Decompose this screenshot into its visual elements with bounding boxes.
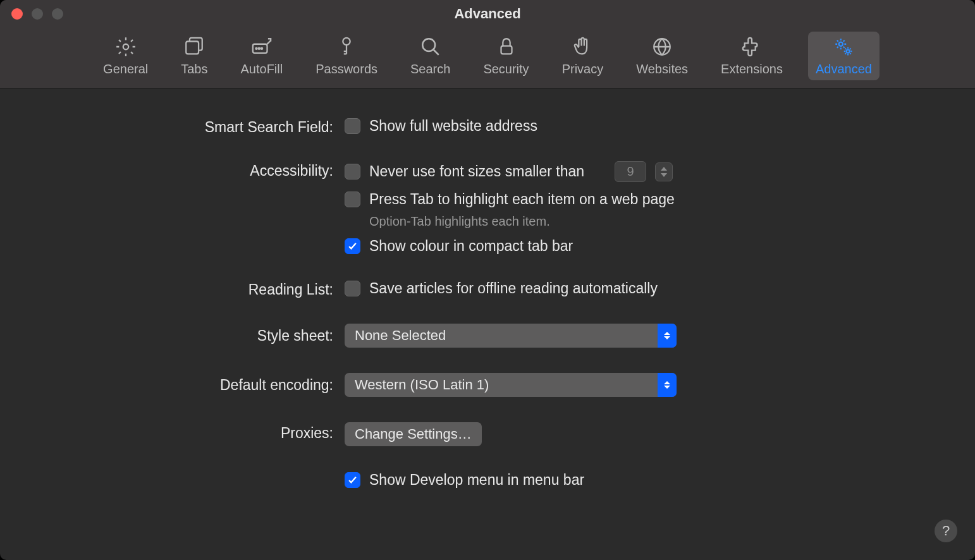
globe-icon (651, 35, 673, 58)
show-colour-label: Show colour in compact tab bar (369, 238, 573, 255)
svg-point-10 (839, 42, 843, 46)
gear-icon (114, 35, 137, 58)
save-offline-checkbox[interactable] (345, 281, 360, 296)
show-full-address-label: Show full website address (369, 118, 537, 135)
tab-label: General (103, 62, 148, 76)
proxies-label: Proxies: (0, 422, 345, 442)
tab-websites[interactable]: Websites (629, 32, 696, 80)
reading-list-label: Reading List: (0, 280, 345, 298)
min-font-size-field[interactable]: 9 (615, 161, 646, 182)
svg-point-7 (422, 39, 435, 51)
tab-label: Websites (636, 62, 688, 76)
tab-label: Privacy (562, 62, 604, 76)
tab-search[interactable]: Search (403, 32, 458, 80)
titlebar: Advanced (0, 0, 975, 28)
style-sheet-popup[interactable]: None Selected (345, 324, 677, 348)
smart-search-label: Smart Search Field: (0, 118, 345, 136)
zoom-window-button[interactable] (52, 8, 63, 20)
search-icon (419, 35, 442, 58)
press-tab-checkbox[interactable] (345, 192, 360, 207)
show-colour-checkbox[interactable] (345, 238, 360, 254)
tab-autofill[interactable]: AutoFill (233, 32, 290, 80)
svg-point-6 (343, 38, 350, 45)
press-tab-label: Press Tab to highlight each item on a we… (369, 191, 675, 208)
tab-passwords[interactable]: Passwords (308, 32, 385, 80)
svg-point-5 (261, 48, 262, 49)
show-develop-checkbox[interactable] (345, 472, 360, 488)
min-font-size-checkbox[interactable] (345, 164, 360, 180)
preferences-window: Advanced General Tabs AutoFill Passwor (0, 0, 975, 560)
svg-point-0 (123, 44, 128, 50)
svg-point-4 (258, 48, 259, 49)
puzzle-icon (740, 35, 763, 58)
key-icon (335, 35, 358, 58)
svg-rect-8 (501, 46, 512, 54)
hand-icon (571, 35, 594, 58)
window-title: Advanced (0, 6, 975, 22)
content-pane: Smart Search Field: Show full website ad… (0, 88, 975, 489)
preferences-toolbar: General Tabs AutoFill Passwords Search (0, 28, 975, 88)
tab-label: Advanced (816, 62, 872, 76)
default-encoding-label: Default encoding: (0, 373, 345, 394)
tab-tabs[interactable]: Tabs (173, 32, 215, 80)
help-button[interactable]: ? (935, 520, 957, 542)
tab-label: Extensions (721, 62, 783, 76)
gears-icon (832, 35, 855, 58)
minimize-window-button[interactable] (32, 8, 43, 20)
tab-privacy[interactable]: Privacy (555, 32, 611, 80)
save-offline-label: Save articles for offline reading automa… (369, 280, 658, 297)
window-controls (0, 8, 63, 20)
svg-point-3 (255, 48, 257, 49)
style-sheet-label: Style sheet: (0, 324, 345, 344)
option-tab-hint: Option-Tab highlights each item. (345, 213, 975, 229)
close-window-button[interactable] (11, 8, 23, 20)
show-full-address-checkbox[interactable] (345, 118, 360, 134)
lock-icon (495, 35, 518, 58)
tab-label: Search (410, 62, 450, 76)
tab-label: AutoFill (240, 62, 283, 76)
default-encoding-value: Western (ISO Latin 1) (345, 377, 499, 393)
show-develop-label: Show Develop menu in menu bar (369, 472, 584, 489)
tab-advanced[interactable]: Advanced (808, 32, 880, 80)
tab-general[interactable]: General (95, 32, 156, 80)
tab-label: Tabs (181, 62, 207, 76)
default-encoding-popup[interactable]: Western (ISO Latin 1) (345, 373, 677, 397)
tab-security[interactable]: Security (475, 32, 536, 80)
tab-label: Security (483, 62, 529, 76)
min-font-size-stepper[interactable] (655, 162, 673, 181)
tabs-icon (183, 35, 205, 58)
accessibility-label: Accessibility: (0, 161, 345, 180)
autofill-icon (250, 35, 273, 58)
svg-rect-1 (187, 42, 199, 54)
popup-arrows-icon (658, 324, 677, 348)
svg-point-11 (847, 50, 850, 53)
min-font-size-label: Never use font sizes smaller than (369, 163, 584, 180)
tab-label: Passwords (316, 62, 377, 76)
style-sheet-value: None Selected (345, 327, 456, 344)
popup-arrows-icon (658, 373, 677, 397)
change-settings-button[interactable]: Change Settings… (345, 422, 482, 446)
tab-extensions[interactable]: Extensions (713, 32, 790, 80)
